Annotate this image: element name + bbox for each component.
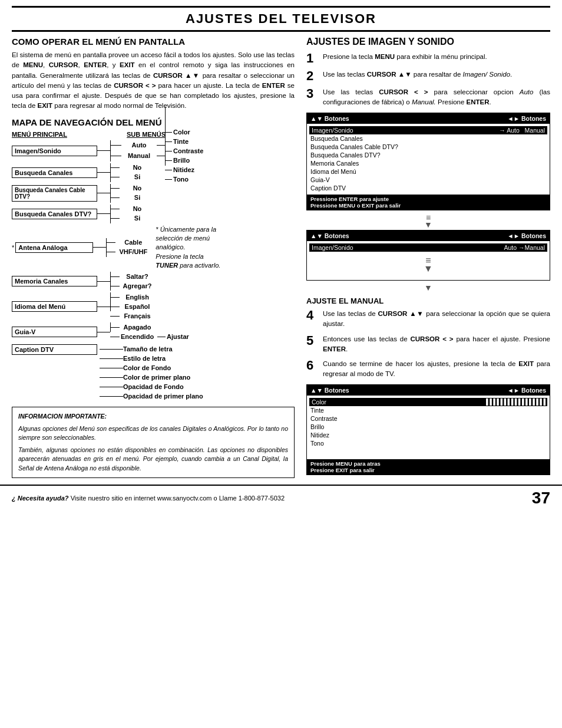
sub-manual: Manual: [121, 151, 157, 161]
sub-antena-vhf: VHF/UHF: [115, 247, 151, 257]
sub-dtv-no: No: [120, 204, 155, 214]
arrow-lines-2: ▼: [306, 284, 550, 292]
sub2-contraste: Contraste: [172, 146, 204, 156]
tv-s1-row-cable: Busqueda Canales Cable DTV?: [310, 143, 546, 151]
page-number: 37: [532, 489, 550, 508]
nav-item-memoria: Memoria Canales: [12, 276, 97, 286]
tv-s1-header-left: ▲▼ Botones: [310, 115, 349, 122]
tv-screen1-header: ▲▼ Botones ◄► Botones: [307, 113, 550, 124]
sub-idioma-english: English: [120, 292, 155, 302]
bottom-text: ¿ Necesita ayuda? Visite nuestro sitio e…: [12, 495, 285, 502]
tv-screen3-footer: Presione MENU para atras Presione EXIT p…: [307, 459, 550, 475]
bottom-normal: Visite nuestro sitio en internet www.san…: [71, 495, 285, 502]
left-column: COMO OPERAR EL MENÚ EN PANTALLA El siste…: [12, 37, 295, 479]
tv-s3-header-right: ◄► Botones: [507, 387, 546, 394]
col-sub-header: SUB MENÚS: [127, 131, 166, 138]
tv-screen3-header: ▲▼ Botones ◄► Botones: [307, 385, 550, 396]
tv-s1-footer1: Pressione ENTER para ajuste: [310, 196, 546, 202]
section2-heading: MAPA DE NAVEGACIÓN DEL MENÚ: [12, 117, 295, 127]
tv-s1-footer2: Pressione MENU o EXIT para salir: [310, 202, 546, 209]
tv-s2-header-left: ▲▼ Botones: [310, 232, 349, 239]
tv-s1-row-guia: Guia-V: [310, 176, 546, 184]
nav-item-imagen-sonido: Imagen/Sonido: [12, 146, 97, 156]
sub-auto: Auto: [121, 140, 157, 150]
step-1: 1 Presione la tecla MENU para exhibir la…: [306, 52, 550, 65]
tv-s3-header-left: ▲▼ Botones: [310, 387, 349, 394]
sub-caption-opacidad-primer: Opacidad de primer plano: [123, 393, 203, 400]
tv-s3-row-color: Color ▐▐▐▐▐▐▐▐▐▐▐▐▐▐▐▐▐: [309, 398, 547, 406]
sub-cable-si: Si: [120, 193, 155, 203]
tv-s1-row-imagen: Imagen/Sonido → Auto Manual: [309, 126, 547, 134]
sub2-tinte: Tinte: [172, 137, 190, 147]
sub-idioma-francais: Français: [120, 311, 155, 321]
tv-s2-lines: ≡▼: [310, 252, 546, 278]
bottom-italic: ¿ Necesita ayuda?: [12, 495, 69, 502]
step-6: 6 Cuando se termine de hacer los ajustes…: [306, 359, 550, 380]
bottom-bar: ¿ Necesita ayuda? Visite nuestro sitio e…: [0, 485, 562, 510]
tv-s3-footer1: Presione MENU para atras: [310, 460, 546, 467]
tv-s1-imagen-label: Imagen/Sonido: [312, 127, 353, 134]
step-2: 2 Use las teclas CURSOR ▲▼ para resaltar…: [306, 70, 550, 83]
page-title-bar: AJUSTES DEL TELEVISOR: [12, 6, 550, 32]
tv-s3-row-brillo: Brillo: [310, 423, 546, 431]
tv-s3-row-tono: Tono: [310, 439, 546, 447]
sub-dtv-si: Si: [120, 213, 155, 223]
sub2-color: Color: [172, 127, 191, 137]
step-4: 4 Use las teclas de CURSOR ▲▼ para selec…: [306, 309, 550, 330]
nav-item-busqueda-dtv: Busqueda Canales DTV?: [12, 209, 97, 219]
sub-caption-color-primer: Color de primer plano: [123, 374, 190, 381]
sub-caption-tamano: Tamaño de letra: [123, 345, 173, 353]
asterisk-symbol: *: [12, 244, 14, 251]
antena-note: * Únicamente para la selección de menú a…: [156, 225, 226, 271]
col-main-header: MENÚ PRINCIPAL: [12, 131, 97, 138]
nav-item-busqueda-cable: Busqueda Canales Cable DTV?: [12, 185, 97, 202]
subsection-title: AJUSTE EL MANUAL: [306, 297, 550, 305]
sub2-nitidez: Nitidez: [172, 165, 196, 175]
sub-idioma-espanol: Español: [120, 302, 155, 312]
sub-caption-estilo: Estilo de letra: [123, 355, 166, 362]
sub-memoria-saltar: Saltar?: [120, 272, 155, 282]
nav-tree: Imagen/Sonido Auto: [12, 140, 295, 401]
info-text2: También, algunas opciones no están dispo…: [18, 446, 288, 473]
tv-screen2-body: Imagen/Sonido Auto →Manual ≡▼: [307, 241, 550, 281]
nav-item-guia: Guia-V: [12, 327, 97, 337]
tv-s3-row-tinte: Tinte: [310, 406, 546, 414]
tv-s1-row-idioma: Idioma del Menú: [310, 167, 546, 176]
tv-s3-spacer: [310, 447, 546, 457]
tv-s3-bar: ▐▐▐▐▐▐▐▐▐▐▐▐▐▐▐▐▐: [484, 398, 545, 406]
tv-s1-header-right: ◄► Botones: [507, 115, 546, 122]
sub-guia-encendido: Encendido: [120, 332, 155, 342]
info-box-title: INFORMACION IMPORTANTE:: [18, 412, 288, 421]
sub-caption-color-fondo: Color de Fondo: [123, 364, 171, 371]
step-5: 5 Entonces use las teclas de CURSOR < > …: [306, 334, 550, 355]
nav-item-busqueda: Busqueda Canales: [12, 167, 97, 178]
tv-s1-row-caption: Caption DTV: [310, 184, 546, 192]
tv-screen1-footer: Pressione ENTER para ajuste Pressione ME…: [307, 195, 550, 210]
nav-item-caption: Caption DTV: [12, 344, 97, 355]
tv-screen3-body: Color ▐▐▐▐▐▐▐▐▐▐▐▐▐▐▐▐▐ Tinte Contraste …: [307, 396, 550, 459]
sub-antena-cable: Cable: [115, 238, 151, 248]
tv-screen-2: ▲▼ Botones ◄► Botones Imagen/Sonido Auto…: [306, 230, 550, 281]
sub-caption-opacidad-fondo: Opacidad de Fondo: [123, 383, 184, 390]
tv-s1-row-busqueda: Busqueda Canales: [310, 134, 546, 143]
tv-screen2-header: ▲▼ Botones ◄► Botones: [307, 230, 550, 241]
info-box: INFORMACION IMPORTANTE: Algunas opciones…: [12, 407, 295, 477]
tv-s1-imagen-value: → Auto Manual: [499, 127, 545, 134]
nav-item-idioma: Idioma del Menú: [12, 301, 97, 312]
section1-heading: COMO OPERAR EL MENÚ EN PANTALLA: [12, 37, 295, 47]
sub-memoria-agregar: Agregar?: [120, 281, 155, 291]
info-text1: Algunas opciones del Menú son especifica…: [18, 424, 288, 442]
sub-busq-si1: Si: [120, 172, 155, 182]
tv-s2-row-imagen: Imagen/Sonido Auto →Manual: [309, 243, 547, 252]
sub-cable-no: No: [120, 183, 155, 193]
sub2-tono: Tono: [172, 174, 190, 185]
sub-guia-apagado: Apagado: [120, 322, 155, 332]
tv-screen1-body: Imagen/Sonido → Auto Manual Busqueda Can…: [307, 124, 550, 195]
right-column: AJUSTES DE IMAGEN Y SONIDO 1 Presione la…: [306, 37, 550, 479]
tv-screen-3: ▲▼ Botones ◄► Botones Color ▐▐▐▐▐▐▐▐▐▐▐▐…: [306, 384, 550, 475]
page-title: AJUSTES DEL TELEVISOR: [12, 11, 550, 27]
tv-s3-row-nitidez: Nitidez: [310, 431, 546, 439]
tv-s3-row-contraste: Contraste: [310, 414, 546, 423]
nav-item-antena: Antena Análoga: [15, 242, 93, 253]
right-section-title: AJUSTES DE IMAGEN Y SONIDO: [306, 37, 550, 47]
